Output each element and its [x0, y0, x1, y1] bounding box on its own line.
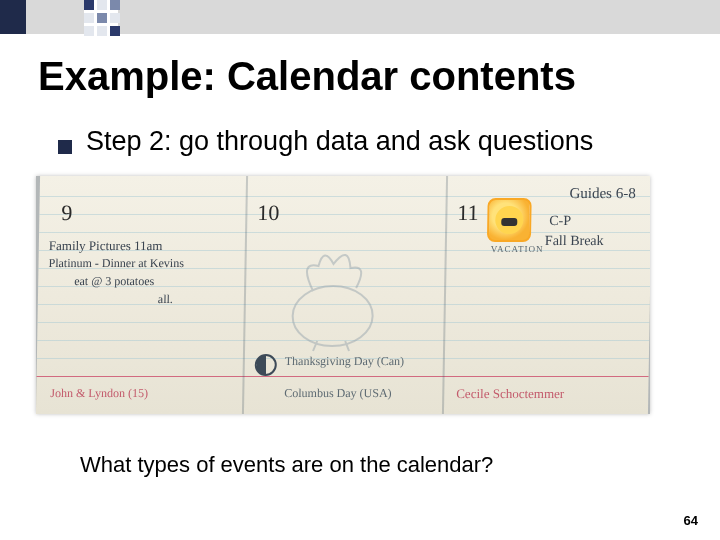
- column-divider-1: [242, 176, 248, 414]
- column-divider-2: [442, 176, 448, 414]
- bullet-row: Step 2: go through data and ask question…: [58, 126, 593, 157]
- red-rule: [37, 376, 649, 377]
- page-number: 64: [684, 513, 698, 528]
- col11-note1: C-P: [549, 212, 571, 230]
- paper: 9 10 11 Guides 6-8 Family Pictures 11am …: [36, 176, 650, 414]
- calendar-photo: 9 10 11 Guides 6-8 Family Pictures 11am …: [36, 176, 650, 414]
- turkey-sketch-icon: [267, 236, 399, 356]
- col9-line2: Platinum - Dinner at Kevins: [48, 256, 184, 271]
- day-number-9: 9: [61, 200, 72, 226]
- col9-line3: eat @ 3 potatoes: [74, 274, 154, 289]
- strip-grey-1: [26, 0, 84, 34]
- col10-bottom1: Thanksgiving Day (Can): [285, 354, 405, 369]
- svg-point-0: [292, 286, 373, 346]
- moon-phase-icon: [255, 354, 277, 376]
- header-note-right: Guides 6-8: [569, 184, 636, 203]
- col10-bottom2: Columbus Day (USA): [284, 386, 392, 401]
- col9-line4: all.: [158, 292, 173, 307]
- slide: Example: Calendar contents Step 2: go th…: [0, 0, 720, 540]
- question-text: What types of events are on the calendar…: [80, 452, 493, 478]
- day-number-10: 10: [257, 200, 279, 226]
- top-decoration: [0, 0, 720, 34]
- strip-grey-2: [118, 0, 720, 34]
- sun-sticker-icon: [487, 198, 532, 242]
- sticker-caption: VACATION: [491, 244, 544, 255]
- strip-dark-left: [0, 0, 26, 34]
- bullet-text: Step 2: go through data and ask question…: [86, 126, 593, 157]
- col11-bottom: Cecile Schoctemmer: [456, 386, 564, 402]
- col11-note2: Fall Break: [545, 232, 604, 250]
- slide-title: Example: Calendar contents: [38, 54, 576, 99]
- square-grid-icon: [84, 0, 120, 36]
- bullet-icon: [58, 140, 72, 154]
- col9-bottom: John & Lyndon (15): [50, 386, 148, 401]
- day-number-11: 11: [457, 200, 479, 226]
- col9-line1: Family Pictures 11am: [49, 238, 163, 254]
